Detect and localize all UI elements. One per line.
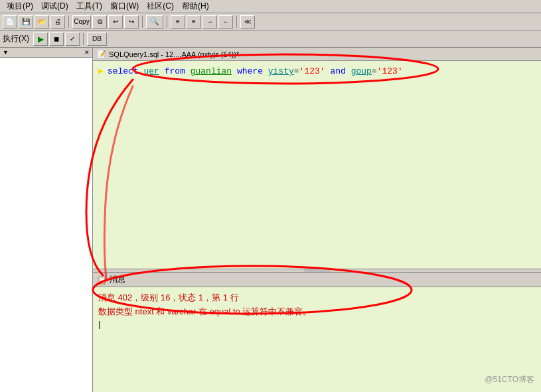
paste-button[interactable]: ⧉ — [92, 15, 107, 29]
paste-icon: ⧉ — [98, 18, 102, 26]
left-panel: ▼ ✕ — [0, 48, 93, 392]
sql-eq1: = — [294, 65, 299, 78]
results-title: 消息 — [110, 274, 125, 285]
copy-icon: Copy — [74, 18, 89, 25]
toolbar-separator — [68, 16, 69, 28]
toolbar-execute: 执行(X) ▶ ◼ ✓ DB — [0, 31, 541, 48]
menu-item-window[interactable]: 窗口(W) — [106, 1, 143, 12]
sql-where: where — [237, 65, 263, 78]
extra-icon: ≪ — [244, 18, 251, 25]
open-icon: 📂 — [38, 18, 46, 25]
align-right-button[interactable]: ≡ — [187, 15, 201, 29]
sql-field3: goup — [351, 65, 372, 78]
sql-from: from — [165, 65, 185, 78]
sql-field2: yisty — [268, 65, 294, 78]
toolbar2-sep — [83, 33, 84, 45]
menu-item-help[interactable]: 帮助(H) — [178, 1, 213, 12]
sql-space2 — [159, 65, 165, 78]
run-icon: ▶ — [38, 34, 44, 44]
panel-expand-icon[interactable]: ▼ — [3, 49, 9, 56]
sql-eq2: = — [372, 65, 377, 78]
right-area: 📝 SQLQuery1.sql - 12....AAA (nxtyjs (54)… — [93, 48, 541, 392]
error-line-2: 数据类型 ntext 和 varchar 在 equal to 运算符中不兼容。 — [98, 305, 536, 319]
sql-and1 — [325, 65, 331, 78]
sql-select: select — [108, 65, 139, 78]
menu-item-project[interactable]: 项目(P) — [3, 1, 37, 12]
search-icon: 🔍 — [150, 17, 159, 26]
toolbar-separator4 — [236, 16, 237, 28]
sql-field: uer — [143, 65, 159, 78]
results-panel: 📋 消息 消息 402，级别 16，状态 1，第 1 行 数据类型 ntext … — [93, 273, 541, 392]
sql-space5 — [263, 65, 268, 78]
results-content: 消息 402，级别 16，状态 1，第 1 行 数据类型 ntext 和 var… — [93, 287, 541, 392]
undo-icon: ↩ — [113, 18, 118, 25]
save-icon: 💾 — [22, 18, 30, 25]
scroll-thumb — [304, 269, 331, 272]
indent-button[interactable]: → — [202, 15, 217, 29]
query-tab-label[interactable]: SQLQuery1.sql - 12....AAA (nxtyjs (54))* — [109, 50, 239, 58]
outdent-icon: ← — [222, 18, 229, 25]
menubar: 项目(P) 调试(D) 工具(T) 窗口(W) 社区(C) 帮助(H) — [0, 0, 541, 13]
stop-button[interactable]: ◼ — [49, 33, 64, 46]
sql-and-kw: and — [330, 65, 345, 78]
print-button[interactable]: 🖨 — [50, 15, 65, 29]
parse-icon: ✓ — [70, 35, 75, 42]
align-left-button[interactable]: ≡ — [171, 15, 185, 29]
toolbar-separator3 — [167, 16, 167, 28]
align-left-icon: ≡ — [176, 18, 180, 25]
search-button[interactable]: 🔍 — [146, 15, 163, 29]
switch-db-button[interactable]: DB — [87, 33, 107, 46]
extra-button[interactable]: ≪ — [240, 15, 255, 29]
outdent-button[interactable]: ← — [218, 15, 233, 29]
parse-button[interactable]: ✓ — [65, 33, 80, 46]
main-area: ▼ ✕ 📝 SQLQuery1.sql - 12....AAA (nxtyjs … — [0, 48, 541, 392]
panel-close-icon[interactable]: ✕ — [84, 49, 90, 56]
error-line-1: 消息 402，级别 16，状态 1，第 1 行 — [98, 291, 536, 305]
sql-space1 — [139, 65, 144, 78]
align-right-icon: ≡ — [192, 18, 196, 25]
new-file-button[interactable]: 📄 — [3, 15, 17, 29]
sql-space3 — [185, 65, 191, 78]
execute-label: 执行(X) — [3, 33, 29, 44]
sql-table: guanlian — [191, 65, 232, 78]
run-button[interactable]: ▶ — [33, 33, 48, 46]
save-button[interactable]: 💾 — [19, 15, 33, 29]
redo-icon: ↪ — [129, 18, 134, 25]
menu-item-debug[interactable]: 调试(D) — [37, 1, 72, 12]
menu-item-community[interactable]: 社区(C) — [143, 1, 178, 12]
toolbar-separator2 — [142, 16, 143, 28]
results-icon: 📋 — [97, 275, 107, 285]
db-icon: DB — [92, 35, 102, 42]
copy-button[interactable]: Copy — [72, 15, 91, 29]
results-header: 📋 消息 — [93, 273, 541, 287]
menu-item-tools[interactable]: 工具(T) — [72, 1, 106, 12]
query-tab-icon: 📝 — [97, 50, 106, 58]
stop-icon: ◼ — [54, 35, 59, 42]
open-button[interactable]: 📂 — [35, 15, 49, 29]
left-panel-content — [0, 58, 92, 392]
print-icon: 🖨 — [54, 18, 61, 25]
query-tab: 📝 SQLQuery1.sql - 12....AAA (nxtyjs (54)… — [93, 48, 541, 61]
new-file-icon: 📄 — [6, 18, 14, 25]
sql-editor[interactable]: ▶ select uer from guanlian where yisty =… — [93, 61, 541, 269]
sql-val1: '123' — [299, 65, 325, 78]
cursor-line: | — [98, 319, 536, 329]
line-indicator: ▶ — [98, 65, 104, 78]
sql-space4 — [232, 65, 237, 78]
redo-button[interactable]: ↪ — [124, 15, 139, 29]
left-panel-header: ▼ ✕ — [0, 48, 92, 58]
undo-button[interactable]: ↩ — [108, 15, 123, 29]
sql-val2: '123' — [377, 65, 403, 78]
sql-line-1: ▶ select uer from guanlian where yisty =… — [98, 65, 536, 78]
indent-icon: → — [206, 18, 213, 25]
sql-space6 — [346, 65, 351, 78]
toolbar1: 📄 💾 📂 🖨 Copy ⧉ ↩ ↪ 🔍 ≡ ≡ → ← ≪ — [0, 13, 541, 31]
